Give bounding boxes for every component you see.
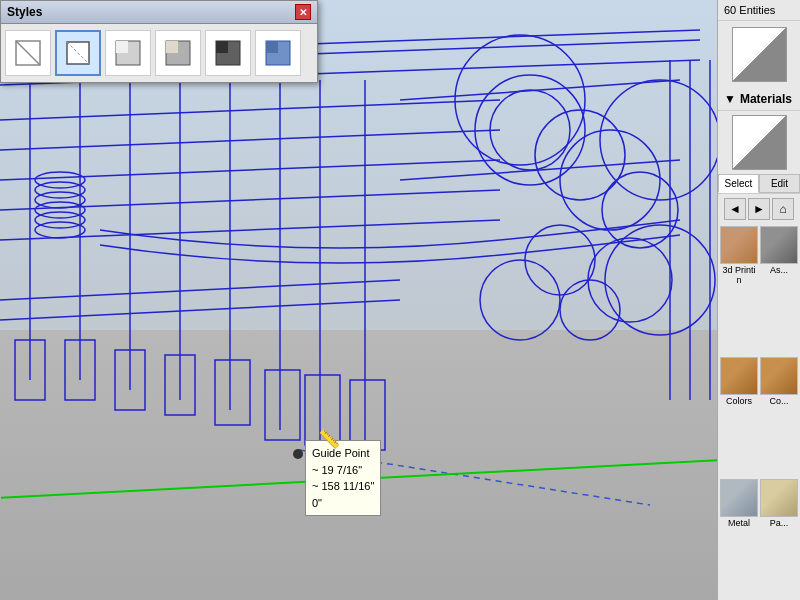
guide-x: ~ 19 7/16" (312, 462, 374, 479)
tab-edit[interactable]: Edit (759, 174, 800, 193)
svg-point-19 (588, 238, 672, 322)
styles-panel: Styles ✕ (0, 0, 318, 83)
nav-forward-button[interactable]: ► (748, 198, 770, 220)
guide-z: 0" (312, 495, 374, 512)
svg-line-48 (0, 300, 400, 320)
shaded-style-button[interactable] (105, 30, 151, 76)
material-item-colors[interactable]: Colors (720, 357, 758, 476)
tape-measure-icon: 📏 (318, 428, 340, 450)
material-label-colors: Colors (726, 396, 752, 406)
entities-count: 60 Entities (718, 0, 800, 21)
shaded-textured-style-button[interactable] (155, 30, 201, 76)
styles-close-button[interactable]: ✕ (295, 4, 311, 20)
svg-rect-59 (216, 41, 228, 53)
tab-select[interactable]: Select (718, 174, 759, 193)
material-thumb-colors2 (760, 357, 798, 395)
svg-point-16 (560, 130, 660, 230)
svg-point-41 (455, 35, 585, 165)
material-item-colors2[interactable]: Co... (760, 357, 798, 476)
svg-line-45 (400, 80, 680, 100)
monochrome-style-button[interactable] (205, 30, 251, 76)
svg-point-33 (35, 182, 85, 198)
material-label-paper: Pa... (770, 518, 789, 528)
material-thumb-metal (720, 479, 758, 517)
guide-y: ~ 158 11/16" (312, 478, 374, 495)
material-label-colors2: Co... (769, 396, 788, 406)
app: 📏 Guide Point ~ 19 7/16" ~ 158 11/16" 0"… (0, 0, 800, 600)
shaded-style-icon (112, 37, 144, 69)
styles-icon-bar (1, 24, 317, 82)
monochrome-style-icon (212, 37, 244, 69)
material-thumb-asphalt (760, 226, 798, 264)
guide-dot (293, 449, 303, 459)
material-thumb-3dprint (720, 226, 758, 264)
material-thumb-colors (720, 357, 758, 395)
svg-point-34 (35, 192, 85, 208)
material-label-3dprint: 3d Printin (720, 265, 758, 285)
materials-header: ▼ Materials (718, 88, 800, 111)
svg-point-20 (560, 280, 620, 340)
svg-line-1 (0, 130, 500, 150)
svg-line-51 (16, 41, 40, 65)
viewport: 📏 Guide Point ~ 19 7/16" ~ 158 11/16" 0"… (0, 0, 717, 600)
svg-rect-57 (166, 41, 178, 53)
svg-point-32 (35, 172, 85, 188)
svg-rect-55 (116, 41, 128, 53)
right-panel: 60 Entities ▼ Materials Select Edit ◄ ► … (717, 0, 800, 600)
svg-rect-26 (265, 370, 300, 440)
material-label-metal: Metal (728, 518, 750, 528)
color-by-layer-style-icon (262, 37, 294, 69)
wireframe-style-icon (12, 37, 44, 69)
materials-triangle: ▼ (724, 92, 736, 106)
svg-point-44 (480, 260, 560, 340)
svg-point-35 (35, 202, 85, 218)
styles-title: Styles (7, 5, 42, 19)
svg-line-2 (0, 160, 500, 180)
nav-back-button[interactable]: ◄ (724, 198, 746, 220)
materials-preview (732, 115, 787, 170)
materials-tabs: Select Edit (718, 174, 800, 194)
svg-rect-25 (215, 360, 250, 425)
svg-line-47 (0, 280, 400, 300)
shaded-textured-style-icon (162, 37, 194, 69)
wireframe-style-button[interactable] (5, 30, 51, 76)
nav-buttons: ◄ ► ⌂ (718, 194, 800, 224)
material-item-3dprint[interactable]: 3d Printin (720, 226, 758, 355)
svg-point-37 (35, 222, 85, 238)
svg-point-42 (600, 80, 717, 200)
svg-point-14 (490, 90, 570, 170)
material-item-paper[interactable]: Pa... (760, 479, 798, 598)
hidden-line-style-button[interactable] (55, 30, 101, 76)
guide-tooltip: Guide Point ~ 19 7/16" ~ 158 11/16" 0" (305, 440, 381, 516)
material-label-asphalt: As... (770, 265, 788, 275)
material-item-metal[interactable]: Metal (720, 479, 758, 598)
material-grid: 3d Printin As... Colors Co... Metal Pa..… (718, 224, 800, 600)
svg-line-0 (0, 100, 500, 120)
nav-home-button[interactable]: ⌂ (772, 198, 794, 220)
svg-point-18 (525, 225, 595, 295)
material-thumb-paper (760, 479, 798, 517)
hidden-line-style-icon (62, 37, 94, 69)
styles-titlebar: Styles ✕ (1, 1, 317, 24)
materials-title: Materials (740, 92, 792, 106)
svg-point-36 (35, 212, 85, 228)
material-preview-top (732, 27, 787, 82)
color-by-layer-style-button[interactable] (255, 30, 301, 76)
material-item-asphalt[interactable]: As... (760, 226, 798, 355)
svg-rect-61 (266, 41, 278, 53)
